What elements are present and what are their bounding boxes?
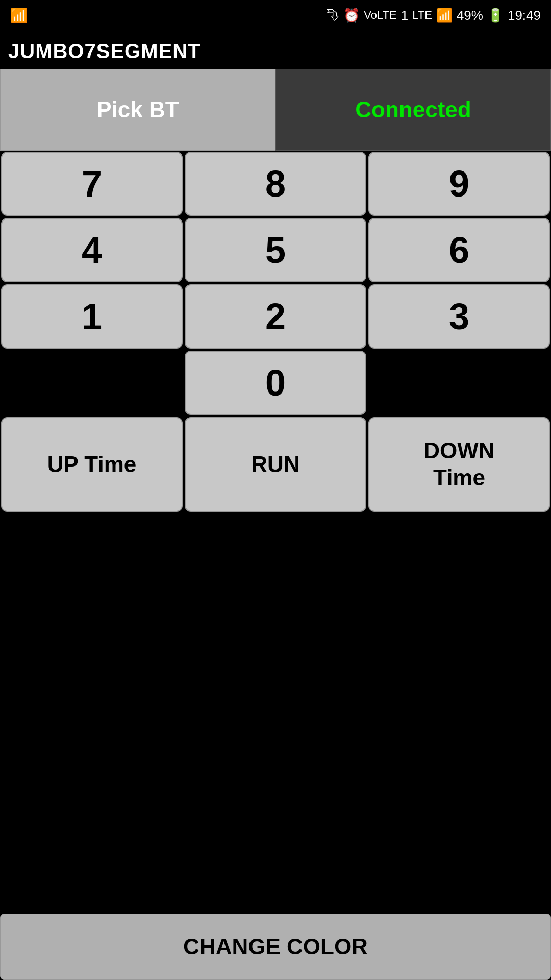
voip-icon: VoLTE: [364, 9, 396, 22]
status-bar: 📶 ⮷ ⏰ VoLTE 1 LTE 📶 49% 🔋 19:49: [0, 0, 551, 31]
signal-bars: 📶: [436, 8, 453, 23]
empty-left: [0, 350, 184, 416]
battery-icon: 🔋: [487, 8, 504, 23]
alarm-icon: ⏰: [343, 8, 360, 23]
bluetooth-icon: ⮷: [326, 8, 339, 23]
button-6[interactable]: 6: [368, 218, 550, 282]
action-row: UP Time RUN DOWNTime: [0, 416, 551, 513]
battery-percent: 49%: [457, 8, 483, 23]
button-1[interactable]: 1: [1, 284, 183, 349]
app-title: JUMBO7SEGMENT: [0, 31, 551, 69]
change-color-button[interactable]: CHANGE COLOR: [0, 914, 551, 980]
time-display: 19:49: [508, 8, 541, 23]
run-button[interactable]: RUN: [185, 417, 366, 512]
wifi-icon: 📶: [10, 7, 28, 24]
black-area: [0, 513, 551, 789]
button-5[interactable]: 5: [185, 218, 366, 282]
button-7[interactable]: 7: [1, 152, 183, 216]
lte-icon: LTE: [412, 9, 432, 22]
up-time-button[interactable]: UP Time: [1, 417, 183, 512]
down-time-button[interactable]: DOWNTime: [368, 417, 550, 512]
sim-icon: 1: [401, 8, 408, 23]
button-0[interactable]: 0: [185, 351, 366, 415]
button-9[interactable]: 9: [368, 152, 550, 216]
top-tabs: Pick BT Connected: [0, 69, 551, 151]
button-3[interactable]: 3: [368, 284, 550, 349]
button-4[interactable]: 4: [1, 218, 183, 282]
tab-connected[interactable]: Connected: [276, 69, 551, 151]
empty-right: [367, 350, 551, 416]
numpad: 7 8 9 4 5 6 1 2 3 0: [0, 151, 551, 416]
button-8[interactable]: 8: [185, 152, 366, 216]
button-2[interactable]: 2: [185, 284, 366, 349]
tab-pick-bt[interactable]: Pick BT: [0, 69, 276, 151]
